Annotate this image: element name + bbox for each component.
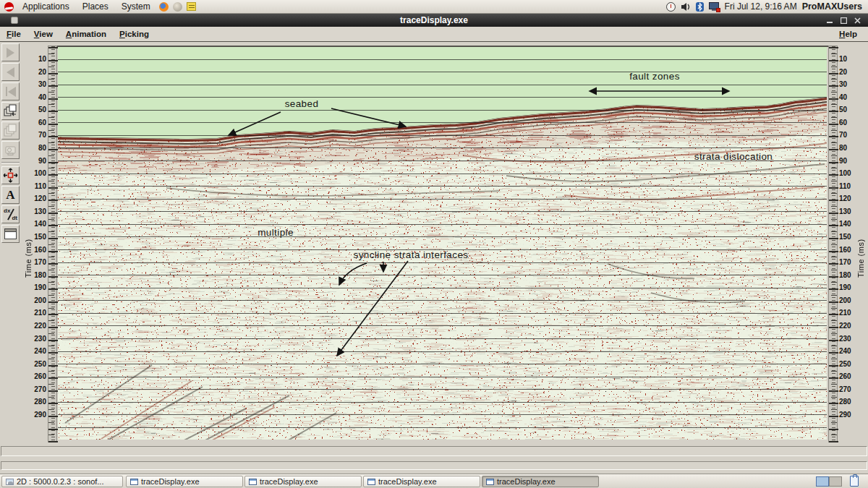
firefox-launcher-icon[interactable] bbox=[159, 2, 169, 12]
workspace-2[interactable] bbox=[829, 476, 842, 487]
time-tick-170: 170 bbox=[839, 258, 856, 266]
annotation-fault-zones: fault zones bbox=[629, 71, 680, 82]
panel-clock[interactable]: Fri Jul 12, 9:16 AM bbox=[725, 1, 797, 12]
time-tick-270: 270 bbox=[839, 385, 856, 393]
annotation-syncline: syncline strata interfaces bbox=[354, 249, 469, 260]
app-window-icon bbox=[6, 479, 14, 485]
layers-icon bbox=[4, 124, 17, 137]
window-menubar: FileViewAnimationPicking Help bbox=[0, 27, 868, 42]
play-backward-icon bbox=[7, 67, 14, 77]
time-tick-20: 20 bbox=[839, 68, 856, 76]
taskbar-button-4[interactable]: traceDisplay.exe bbox=[363, 476, 480, 487]
taskbar: 2D : 5000.0.2.3 : sonof...traceDisplay.e… bbox=[0, 474, 868, 488]
time-tick-230: 230 bbox=[29, 335, 46, 343]
left-ruler bbox=[48, 46, 57, 442]
window-glyph-icon bbox=[367, 479, 375, 485]
status-strip-2 bbox=[0, 459, 868, 474]
annotation-multiple: multiple bbox=[258, 227, 294, 238]
text-a-icon: A bbox=[6, 189, 14, 201]
desktop-menu-places[interactable]: Places bbox=[78, 1, 113, 12]
time-tick-290: 290 bbox=[29, 411, 46, 419]
workspace-1[interactable] bbox=[816, 476, 829, 487]
time-tick-210: 210 bbox=[29, 309, 46, 317]
time-tick-200: 200 bbox=[839, 296, 856, 304]
pan-move-icon bbox=[3, 168, 18, 183]
taskbar-button-5[interactable]: traceDisplay.exe bbox=[482, 476, 599, 487]
dx-dt-icon: dxdt bbox=[4, 207, 17, 221]
time-tick-220: 220 bbox=[29, 322, 46, 330]
time-tick-110: 110 bbox=[29, 182, 46, 190]
time-tick-230: 230 bbox=[839, 335, 856, 343]
toolbar-separator bbox=[1, 162, 20, 163]
step-back-button[interactable] bbox=[1, 82, 20, 100]
snapshot-button[interactable] bbox=[1, 141, 20, 159]
menu-help[interactable]: Help bbox=[833, 30, 864, 38]
time-tick-70: 70 bbox=[839, 131, 856, 139]
time-tick-260: 260 bbox=[29, 372, 46, 380]
taskbar-button-3[interactable]: traceDisplay.exe bbox=[244, 476, 362, 487]
derivative-button[interactable]: dxdt bbox=[1, 205, 20, 223]
time-tick-30: 30 bbox=[29, 80, 46, 88]
clipboard-tray-icon[interactable] bbox=[850, 476, 859, 487]
time-tick-130: 130 bbox=[839, 207, 856, 215]
time-tick-280: 280 bbox=[29, 398, 46, 406]
panel-username[interactable]: ProMAXUsers bbox=[802, 1, 862, 12]
play-forward-button[interactable] bbox=[1, 43, 20, 61]
time-tick-210: 210 bbox=[839, 309, 856, 317]
time-tick-80: 80 bbox=[29, 144, 46, 152]
redhat-logo-icon[interactable] bbox=[4, 2, 14, 12]
time-tick-200: 200 bbox=[29, 296, 46, 304]
time-tick-10: 10 bbox=[839, 55, 856, 63]
annotation-text-button[interactable]: A bbox=[1, 186, 20, 204]
window-tool-button[interactable] bbox=[1, 225, 20, 243]
time-tick-180: 180 bbox=[839, 271, 856, 279]
minimize-icon[interactable] bbox=[827, 17, 833, 24]
close-icon[interactable] bbox=[854, 17, 861, 24]
network-display-icon[interactable] bbox=[709, 2, 720, 12]
desktop-menu-applications[interactable]: Applications bbox=[18, 1, 74, 12]
right-ruler bbox=[828, 46, 838, 442]
time-tick-170: 170 bbox=[29, 258, 46, 266]
bluetooth-icon[interactable] bbox=[696, 2, 704, 12]
menu-picking[interactable]: Picking bbox=[113, 30, 156, 38]
window-title: traceDisplay.exe bbox=[0, 15, 868, 25]
workspace-switcher[interactable] bbox=[816, 476, 842, 487]
time-tick-40: 40 bbox=[29, 93, 46, 101]
menu-file[interactable]: File bbox=[0, 30, 27, 38]
menu-animation[interactable]: Animation bbox=[59, 30, 113, 38]
play-backward-button[interactable] bbox=[1, 63, 20, 81]
time-tick-80: 80 bbox=[839, 144, 856, 152]
step-back-icon bbox=[8, 87, 16, 97]
desktop-menu-system[interactable]: System bbox=[117, 1, 155, 12]
volume-icon[interactable] bbox=[681, 2, 691, 12]
time-tick-120: 120 bbox=[839, 194, 856, 202]
taskbar-button-2[interactable]: traceDisplay.exe bbox=[126, 476, 243, 487]
layers-button[interactable] bbox=[1, 121, 20, 140]
time-tick-90: 90 bbox=[29, 157, 46, 165]
time-tick-160: 160 bbox=[839, 246, 856, 254]
seismic-trace-display[interactable]: fault zones seabed strata dislocation mu… bbox=[58, 47, 827, 440]
frames-button[interactable] bbox=[1, 102, 20, 120]
time-tick-240: 240 bbox=[29, 347, 46, 355]
annotation-seabed: seabed bbox=[285, 98, 319, 109]
window-titlebar[interactable]: traceDisplay.exe bbox=[0, 14, 868, 27]
time-tick-260: 260 bbox=[839, 372, 856, 380]
notes-launcher-icon[interactable] bbox=[187, 2, 196, 11]
taskbar-button-label: traceDisplay.exe bbox=[378, 477, 437, 486]
taskbar-button-1[interactable]: 2D : 5000.0.2.3 : sonof... bbox=[1, 476, 123, 487]
time-tick-140: 140 bbox=[839, 220, 856, 228]
maximize-icon[interactable] bbox=[841, 17, 847, 24]
time-tick-60: 60 bbox=[29, 119, 46, 127]
time-tick-50: 50 bbox=[839, 106, 856, 114]
time-tick-270: 270 bbox=[29, 385, 46, 393]
time-axis-label-right: Time (ms) bbox=[856, 215, 865, 278]
menu-view[interactable]: View bbox=[27, 30, 59, 38]
window-menu-items: FileViewAnimationPicking bbox=[0, 30, 156, 38]
pan-tool-button[interactable] bbox=[1, 166, 20, 184]
time-tick-280: 280 bbox=[839, 398, 856, 406]
app-launcher-icon[interactable] bbox=[173, 2, 182, 12]
time-tick-240: 240 bbox=[839, 347, 856, 355]
time-tick-30: 30 bbox=[839, 80, 856, 88]
play-forward-icon bbox=[7, 48, 14, 58]
system-monitor-icon[interactable] bbox=[666, 2, 676, 12]
